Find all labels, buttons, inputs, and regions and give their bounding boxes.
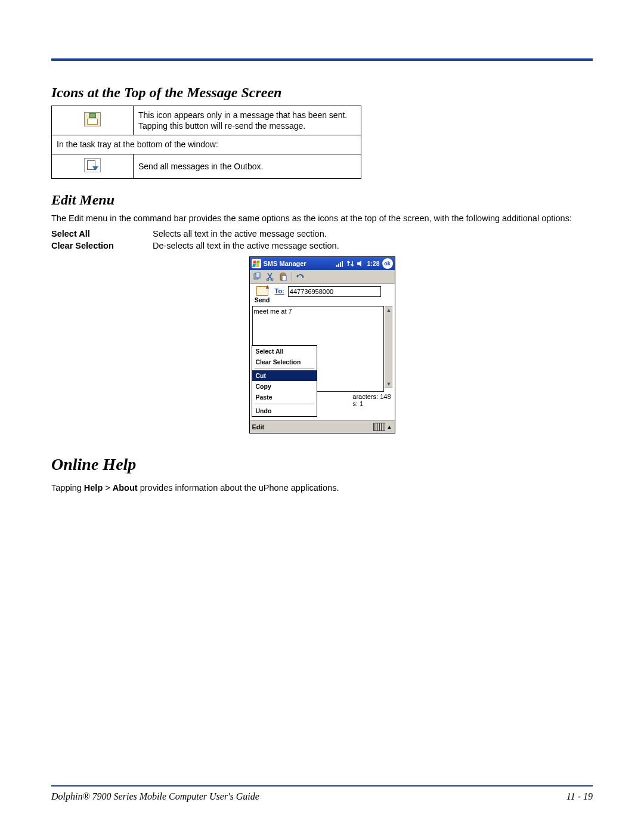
to-label[interactable]: To:	[275, 286, 284, 295]
titlebar: SMS Manager 1:28 ok	[250, 257, 395, 270]
chevron-up-icon: ▲	[387, 424, 392, 430]
clear-selection-desc: De-selects all text in the active messag…	[153, 241, 339, 250]
app-title: SMS Manager	[264, 260, 306, 267]
icons-table: This icon appears only in a message that…	[51, 106, 361, 179]
help-text-pre: Tapping	[51, 483, 84, 493]
signal-icon	[336, 260, 344, 267]
resend-desc: This icon appears only in a message that…	[134, 106, 361, 135]
svg-rect-10	[282, 275, 286, 281]
send-label: Send	[255, 296, 270, 304]
scroll-down-icon[interactable]: ▼	[386, 381, 392, 387]
help-arrow: >	[103, 483, 113, 493]
menu-undo[interactable]: Undo	[252, 405, 317, 416]
svg-rect-1	[338, 264, 339, 267]
edit-menu-heading: Edit Menu	[51, 192, 593, 208]
scrollbar[interactable]: ▲ ▼	[385, 306, 392, 388]
edit-menu-button[interactable]: Edit	[252, 423, 265, 431]
edit-toolbar	[250, 270, 395, 284]
svg-rect-9	[281, 272, 284, 274]
menu-select-all[interactable]: Select All	[252, 346, 317, 357]
sip-toggle[interactable]: ▲	[373, 423, 392, 431]
about-bold: About	[113, 483, 138, 493]
speaker-icon	[357, 260, 364, 267]
command-bar: Edit ▲	[250, 420, 395, 433]
to-field-row: Send To:	[250, 284, 395, 305]
resend-message-icon	[84, 112, 101, 126]
menu-paste[interactable]: Paste	[252, 392, 317, 402]
resend-icon-cell	[52, 106, 134, 135]
paste-icon[interactable]	[278, 272, 288, 281]
page-number: 11 - 19	[566, 791, 593, 802]
copy-icon[interactable]	[252, 272, 262, 281]
online-help-heading: Online Help	[51, 455, 593, 474]
option-row: Clear Selection De-selects all text in t…	[51, 241, 593, 250]
edit-context-menu: Select All Clear Selection Cut Copy Past…	[252, 345, 317, 417]
option-row: Select All Selects all text in the activ…	[51, 229, 593, 239]
status-info: aracters: 148 s: 1	[352, 393, 391, 407]
table-row: Send all messages in the Outbox.	[52, 154, 361, 178]
toolbar-divider	[292, 272, 292, 281]
connectivity-icon	[346, 260, 354, 267]
svg-rect-5	[256, 272, 260, 278]
to-input[interactable]	[288, 286, 381, 297]
table-row: In the task tray at the bottom of the wi…	[52, 135, 361, 154]
select-all-desc: Selects all text in the active message s…	[153, 229, 327, 239]
online-help-text: Tapping Help > About provides informatio…	[51, 482, 593, 494]
send-envelope-icon	[256, 286, 268, 296]
sms-manager-screenshot: SMS Manager 1:28 ok	[249, 256, 395, 433]
keyboard-icon	[373, 423, 385, 431]
help-bold: Help	[84, 483, 103, 493]
undo-icon[interactable]	[296, 272, 305, 281]
edit-intro: The Edit menu in the command bar provide…	[51, 213, 593, 225]
characters-count: aracters: 148	[352, 393, 391, 400]
options-list: Select All Selects all text in the activ…	[51, 229, 593, 250]
footer-title: Dolphin® 7900 Series Mobile Computer Use…	[51, 791, 259, 802]
select-all-label: Select All	[51, 229, 153, 239]
menu-clear-selection[interactable]: Clear Selection	[252, 357, 317, 367]
send-all-desc: Send all messages in the Outbox.	[134, 154, 361, 178]
table-row: This icon appears only in a message that…	[52, 106, 361, 135]
send-all-icon-cell	[52, 154, 134, 178]
svg-rect-2	[340, 262, 341, 267]
send-all-outbox-icon	[84, 158, 101, 172]
help-text-post: provides information about the uPhone ap…	[138, 483, 339, 493]
page-footer: Dolphin® 7900 Series Mobile Computer Use…	[51, 785, 593, 802]
menu-separator	[255, 404, 314, 404]
task-tray-heading: In the task tray at the bottom of the wi…	[52, 135, 361, 154]
messages-count: s: 1	[352, 400, 391, 407]
clock: 1:28	[367, 260, 379, 267]
ok-button[interactable]: ok	[382, 258, 393, 269]
clear-selection-label: Clear Selection	[51, 241, 153, 250]
top-rule	[51, 58, 593, 61]
send-button[interactable]: Send	[253, 286, 271, 304]
icons-heading: Icons at the Top of the Message Screen	[51, 85, 593, 101]
menu-copy[interactable]: Copy	[252, 381, 317, 392]
svg-rect-0	[336, 265, 338, 267]
svg-rect-3	[342, 261, 343, 267]
menu-cut[interactable]: Cut	[252, 370, 317, 381]
scroll-up-icon[interactable]: ▲	[386, 307, 392, 313]
windows-logo-icon[interactable]	[252, 259, 261, 268]
cut-icon[interactable]	[265, 272, 275, 281]
menu-separator	[255, 368, 314, 369]
